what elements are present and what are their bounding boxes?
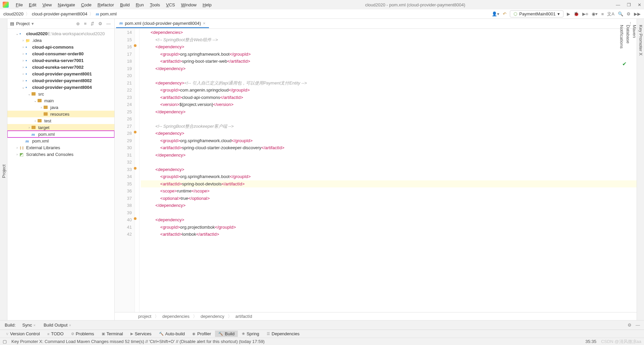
project-tree[interactable]: ⌄▪cloud2020 E:\idea-workspace\cloud2020›…: [7, 29, 114, 320]
collapse-all-icon[interactable]: ⇵: [90, 21, 95, 26]
settings-icon[interactable]: ⚙: [627, 11, 631, 16]
search-icon[interactable]: 🔍: [618, 11, 623, 16]
run-configuration-selector[interactable]: ⬡ PaymentMain8001 ▾: [510, 10, 564, 17]
maximize-button[interactable]: ❐: [627, 2, 631, 7]
menu-navigate[interactable]: Navigate: [55, 2, 78, 8]
close-tab-icon[interactable]: ×: [203, 21, 206, 26]
tree-node[interactable]: ›.idea: [7, 37, 114, 44]
window-controls: — ❐ ✕: [616, 2, 641, 7]
menu-window[interactable]: Window: [178, 2, 200, 8]
left-tool-strip: Project Bookmarks Structure: [0, 19, 7, 320]
debug-button[interactable]: 🐞: [574, 11, 579, 16]
code-crumb[interactable]: dependencies: [162, 314, 190, 319]
window-title: cloud2020 - pom.xml (cloud-provider-paym…: [215, 2, 615, 7]
crumb-1[interactable]: cloud-provider-payment8004: [32, 11, 87, 16]
tree-node[interactable]: resources: [7, 111, 114, 117]
editor-breadcrumbs[interactable]: project〉dependencies〉dependency〉artifact…: [115, 312, 637, 320]
caret-position[interactable]: 35:35: [585, 339, 596, 344]
build-tool-window-tabs: Build: Sync× Build Output× ⚙ —: [0, 320, 644, 330]
menu-tools[interactable]: Tools: [147, 2, 163, 8]
tool-auto-build[interactable]: 🔨Auto-build: [156, 331, 189, 337]
build-tab-sync[interactable]: Sync×: [19, 322, 39, 329]
tool-build[interactable]: 🔨Build: [215, 331, 238, 337]
tree-node[interactable]: ›test: [7, 117, 114, 124]
tree-node[interactable]: ›▪cloud-provider-payment8001: [7, 70, 114, 77]
build-hide-icon[interactable]: —: [634, 323, 641, 328]
coverage-button[interactable]: ▶⎆: [582, 11, 588, 16]
menu-help[interactable]: Help: [200, 2, 215, 8]
tree-node[interactable]: ›▪cloud-api-commons: [7, 44, 114, 50]
code-crumb[interactable]: dependency: [201, 314, 224, 319]
stop-button[interactable]: ■: [601, 11, 604, 16]
profile-button[interactable]: ◉▾: [592, 11, 598, 16]
expand-all-icon[interactable]: ≡: [83, 21, 88, 26]
project-pane-title: Project: [16, 21, 30, 26]
tab-label: pom.xml (cloud-provider-payment8004): [125, 21, 201, 26]
project-tool-window: ▤ Project ▾ ⊕ ≡ ⇵ ⚙ — ⌄▪cloud2020 E:\ide…: [7, 19, 115, 320]
tree-node[interactable]: ›target: [7, 124, 114, 131]
build-settings-icon[interactable]: ⚙: [626, 323, 633, 328]
line-gutter[interactable]: 1415161718192021222324252627282930313233…: [115, 29, 135, 312]
editor-tab[interactable]: m pom.xml (cloud-provider-payment8004) ×: [116, 19, 209, 28]
tree-node[interactable]: ›◩Scratches and Consoles: [7, 151, 114, 158]
menu-run[interactable]: Run: [133, 2, 147, 8]
select-opened-icon[interactable]: ⊕: [75, 21, 81, 26]
menu-code[interactable]: Code: [78, 2, 95, 8]
menu-file[interactable]: File: [13, 2, 26, 8]
menu-refactor[interactable]: Refactor: [95, 2, 117, 8]
hide-pane-icon[interactable]: —: [105, 21, 112, 26]
build-tab-output[interactable]: Build Output×: [40, 322, 74, 329]
code-content[interactable]: <dependencies> <!-- SpringBoot整合Web组件 --…: [140, 29, 637, 312]
add-user-icon[interactable]: 👤▾: [492, 11, 499, 16]
tree-node[interactable]: ⌄src: [7, 91, 114, 97]
status-icon[interactable]: ▢: [3, 339, 7, 344]
close-button[interactable]: ✕: [638, 2, 641, 7]
watermark: CSDN @清风微凉aa: [601, 339, 641, 345]
minimize-button[interactable]: —: [616, 2, 620, 7]
bottom-tool-buttons: ⑂Version Control≡TODO⊘Problems▣Terminal▶…: [0, 330, 644, 338]
tree-node[interactable]: ⌄▪cloud-provider-payment8004: [7, 84, 114, 91]
tool-spring[interactable]: ❀Spring: [238, 331, 263, 337]
tool-todo[interactable]: ≡TODO: [44, 331, 67, 337]
left-tool-project[interactable]: Project: [1, 22, 7, 320]
crumb-0[interactable]: cloud2020: [3, 11, 23, 16]
translate-icon[interactable]: 文A: [607, 11, 614, 17]
menu-edit[interactable]: Edit: [26, 2, 39, 8]
code-crumb[interactable]: artifactId: [235, 314, 252, 319]
tool-problems[interactable]: ⊘Problems: [68, 331, 98, 337]
status-message: Key Promoter X: Command Load Maven Chang…: [11, 339, 265, 344]
build-label: Build:: [3, 323, 18, 328]
tool-terminal[interactable]: ▣Terminal: [98, 331, 126, 337]
left-tool-bookmarks[interactable]: Bookmarks: [0, 22, 1, 320]
menu-build[interactable]: Build: [117, 2, 133, 8]
back-arrow-icon[interactable]: ↶: [503, 11, 506, 16]
tree-node[interactable]: ›▪cloud-consumer-order80: [7, 50, 114, 57]
right-tool-keypromoter[interactable]: Key Promoter X: [638, 22, 644, 320]
tree-node[interactable]: ›⫿⫿External Libraries: [7, 144, 114, 151]
tree-node[interactable]: mpom.xml: [7, 131, 114, 137]
tree-node[interactable]: ›▪cloud-eureka-server7001: [7, 57, 114, 64]
tree-node[interactable]: ⌄▪cloud2020 E:\idea-workspace\cloud2020: [7, 30, 114, 37]
tool-profiler[interactable]: ◉Profiler: [189, 331, 214, 337]
editor: m pom.xml (cloud-provider-payment8004) ×…: [115, 19, 637, 320]
tree-node[interactable]: ›▪cloud-eureka-server7002: [7, 64, 114, 70]
fold-column[interactable]: [135, 29, 140, 312]
tool-version-control[interactable]: ⑂Version Control: [3, 331, 43, 337]
code-crumb[interactable]: project: [138, 314, 151, 319]
menu-vcs[interactable]: VCS: [163, 2, 178, 8]
tree-node[interactable]: ›▪cloud-provider-payment8002: [7, 77, 114, 84]
navigation-bar: cloud2020〉cloud-provider-payment8004〉m p…: [0, 9, 644, 19]
tree-node[interactable]: mpom.xml: [7, 137, 114, 144]
inspection-ok-icon[interactable]: ✔: [622, 61, 627, 67]
tool-services[interactable]: ▶Services: [127, 331, 155, 337]
run-button[interactable]: ▶: [567, 11, 570, 16]
breadcrumb[interactable]: cloud2020〉cloud-provider-payment8004〉m p…: [3, 11, 117, 17]
crumb-2[interactable]: m pom.xml: [96, 11, 117, 17]
pane-settings-icon[interactable]: ⚙: [97, 21, 103, 26]
tool-dependencies[interactable]: ☰Dependencies: [263, 331, 303, 337]
run-anything-icon[interactable]: ▶▶: [634, 11, 641, 16]
menu-view[interactable]: View: [39, 2, 55, 8]
right-tool-strip: Key Promoter X Maven Database Notificati…: [637, 19, 644, 320]
tree-node[interactable]: ›java: [7, 104, 114, 111]
tree-node[interactable]: ⌄main: [7, 97, 114, 104]
